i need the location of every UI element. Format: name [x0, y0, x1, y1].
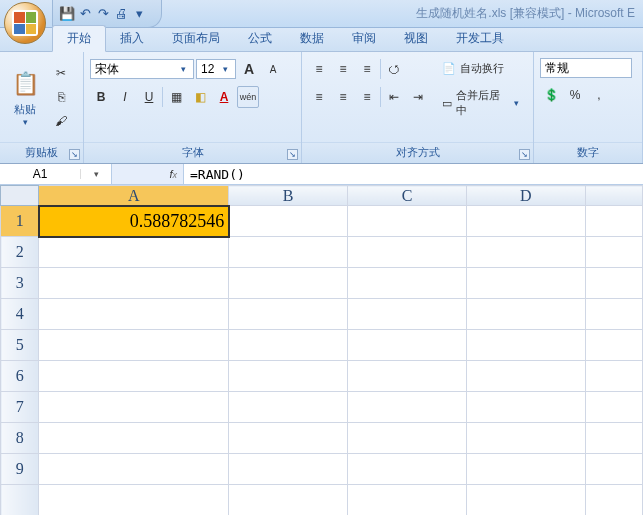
- paste-button[interactable]: 📋 粘贴 ▾: [4, 56, 46, 138]
- tab-data[interactable]: 数据: [286, 26, 338, 51]
- tab-review[interactable]: 审阅: [338, 26, 390, 51]
- redo-icon[interactable]: ↷: [95, 5, 111, 21]
- align-middle-button[interactable]: ≡: [332, 58, 354, 80]
- row-header-9[interactable]: 9: [1, 454, 39, 485]
- cell-E2[interactable]: [585, 237, 642, 268]
- cell-E7[interactable]: [585, 392, 642, 423]
- cell-A5[interactable]: [39, 330, 229, 361]
- cell-B10[interactable]: [229, 485, 348, 516]
- cell-D2[interactable]: [466, 237, 585, 268]
- chevron-down-icon[interactable]: ▾: [177, 64, 189, 74]
- row-header-2[interactable]: 2: [1, 237, 39, 268]
- cell-B3[interactable]: [229, 268, 348, 299]
- cell-D1[interactable]: [466, 206, 585, 237]
- font-dialog-launcher[interactable]: ↘: [287, 149, 298, 160]
- chevron-down-icon[interactable]: ▾: [511, 98, 522, 108]
- tab-formulas[interactable]: 公式: [234, 26, 286, 51]
- increase-indent-button[interactable]: ⇥: [407, 86, 429, 108]
- row-header-4[interactable]: 4: [1, 299, 39, 330]
- row-header-7[interactable]: 7: [1, 392, 39, 423]
- cell-C1[interactable]: [348, 206, 467, 237]
- cell-D3[interactable]: [466, 268, 585, 299]
- cell-D5[interactable]: [466, 330, 585, 361]
- tab-insert[interactable]: 插入: [106, 26, 158, 51]
- cell-E6[interactable]: [585, 361, 642, 392]
- name-box-input[interactable]: [0, 167, 80, 181]
- cell-B2[interactable]: [229, 237, 348, 268]
- cell-D9[interactable]: [466, 454, 585, 485]
- shrink-font-button[interactable]: A: [262, 58, 284, 80]
- number-format-combo[interactable]: 常规: [540, 58, 632, 78]
- underline-button[interactable]: U: [138, 86, 160, 108]
- cell-E1[interactable]: [585, 206, 642, 237]
- format-painter-button[interactable]: 🖌: [50, 110, 72, 132]
- cell-A10[interactable]: [39, 485, 229, 516]
- formula-bar[interactable]: =RAND(): [184, 164, 643, 184]
- cell-B4[interactable]: [229, 299, 348, 330]
- align-center-button[interactable]: ≡: [332, 86, 354, 108]
- office-button[interactable]: [4, 2, 46, 44]
- chevron-down-icon[interactable]: ▾: [219, 64, 231, 74]
- cell-D8[interactable]: [466, 423, 585, 454]
- cell-C10[interactable]: [348, 485, 467, 516]
- row-header-8[interactable]: 8: [1, 423, 39, 454]
- comma-format-button[interactable]: ,: [588, 84, 610, 106]
- cell-B7[interactable]: [229, 392, 348, 423]
- align-top-button[interactable]: ≡: [308, 58, 330, 80]
- copy-button[interactable]: ⎘: [50, 86, 72, 108]
- align-left-button[interactable]: ≡: [308, 86, 330, 108]
- cell-B1[interactable]: [229, 206, 348, 237]
- cell-C5[interactable]: [348, 330, 467, 361]
- cell-D4[interactable]: [466, 299, 585, 330]
- cell-A1[interactable]: 0.588782546: [39, 206, 229, 237]
- column-header-D[interactable]: D: [466, 186, 585, 206]
- cut-button[interactable]: ✂: [50, 62, 72, 84]
- cell-C4[interactable]: [348, 299, 467, 330]
- cell-D7[interactable]: [466, 392, 585, 423]
- cell-E3[interactable]: [585, 268, 642, 299]
- fill-color-button[interactable]: ◧: [189, 86, 211, 108]
- cell-E9[interactable]: [585, 454, 642, 485]
- cell-C9[interactable]: [348, 454, 467, 485]
- merge-center-button[interactable]: ▭ 合并后居中 ▾: [437, 85, 527, 121]
- row-header-10[interactable]: [1, 485, 39, 516]
- cell-C6[interactable]: [348, 361, 467, 392]
- cell-C7[interactable]: [348, 392, 467, 423]
- tab-view[interactable]: 视图: [390, 26, 442, 51]
- font-size-combo[interactable]: 12 ▾: [196, 59, 236, 79]
- column-header-B[interactable]: B: [229, 186, 348, 206]
- chevron-down-icon[interactable]: ▾: [19, 117, 31, 127]
- italic-button[interactable]: I: [114, 86, 136, 108]
- cell-B5[interactable]: [229, 330, 348, 361]
- font-name-combo[interactable]: 宋体 ▾: [90, 59, 194, 79]
- wrap-text-button[interactable]: 📄 自动换行: [437, 58, 527, 79]
- cell-A2[interactable]: [39, 237, 229, 268]
- align-right-button[interactable]: ≡: [356, 86, 378, 108]
- qat-more-icon[interactable]: ▾: [131, 5, 147, 21]
- row-header-6[interactable]: 6: [1, 361, 39, 392]
- select-all-corner[interactable]: [1, 186, 39, 206]
- cell-A4[interactable]: [39, 299, 229, 330]
- row-header-3[interactable]: 3: [1, 268, 39, 299]
- row-header-5[interactable]: 5: [1, 330, 39, 361]
- accounting-format-button[interactable]: 💲: [540, 84, 562, 106]
- cell-A7[interactable]: [39, 392, 229, 423]
- orientation-button[interactable]: ⭯: [383, 58, 405, 80]
- font-color-button[interactable]: A: [213, 86, 235, 108]
- column-header-E[interactable]: [585, 186, 642, 206]
- name-box-dropdown[interactable]: ▾: [80, 169, 111, 179]
- undo-icon[interactable]: ↶: [77, 5, 93, 21]
- cell-A3[interactable]: [39, 268, 229, 299]
- tab-developer[interactable]: 开发工具: [442, 26, 518, 51]
- name-box[interactable]: ▾: [0, 164, 112, 184]
- cell-D10[interactable]: [466, 485, 585, 516]
- quickprint-icon[interactable]: 🖨: [113, 5, 129, 21]
- cell-E5[interactable]: [585, 330, 642, 361]
- decrease-indent-button[interactable]: ⇤: [383, 86, 405, 108]
- cell-A9[interactable]: [39, 454, 229, 485]
- clipboard-dialog-launcher[interactable]: ↘: [69, 149, 80, 160]
- fx-icon[interactable]: fx: [169, 168, 177, 180]
- cell-D6[interactable]: [466, 361, 585, 392]
- cell-A8[interactable]: [39, 423, 229, 454]
- cell-B8[interactable]: [229, 423, 348, 454]
